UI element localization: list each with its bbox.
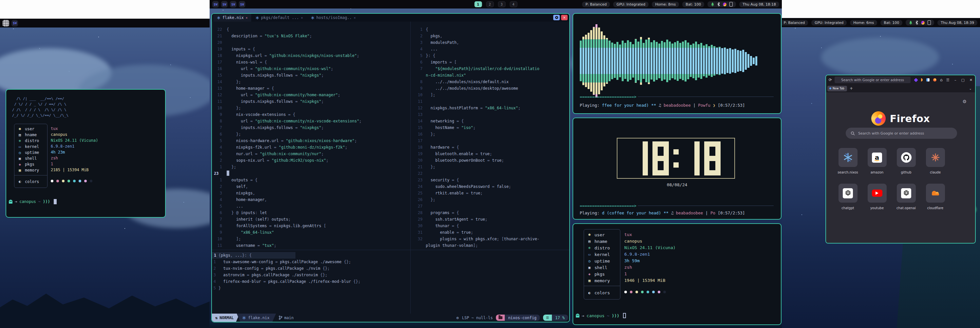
now-playing-segment: [0:57/2:53] (718, 103, 745, 108)
workspace-1[interactable]: 1 (474, 1, 482, 7)
status-pill-bat[interactable]: Bat: 100 (682, 2, 704, 7)
openai-icon[interactable] (838, 184, 858, 203)
extension-orange-icon[interactable] (921, 78, 923, 81)
terminal-cava[interactable]: ======================> Playing: ffee fo… (573, 13, 781, 114)
bluetooth-icon[interactable] (915, 21, 918, 25)
visualizer-bar (659, 44, 660, 78)
clock-pill[interactable]: Thu Aug 08, 18:18 (739, 2, 779, 7)
tab-close-icon[interactable]: × (246, 16, 248, 20)
dial-youtube[interactable]: youtube (867, 184, 887, 210)
neovim-window[interactable]: flake.nix×pkgs/default ...×hosts/isoImag… (211, 13, 570, 322)
fetch-label: colors (595, 290, 610, 295)
visualizer-bar (669, 41, 671, 80)
status-pill-home[interactable]: Home: 8ms (652, 2, 679, 7)
line-number: 10 (212, 236, 227, 242)
wezterm-icon[interactable]: $W (11, 20, 18, 27)
status-pill-bat[interactable]: Bat: 100 (880, 20, 902, 25)
line-number: 23 (212, 170, 227, 177)
tab-close-icon[interactable]: × (301, 16, 303, 20)
line-number: 28 (411, 209, 426, 216)
editor-tab-flake-nix[interactable]: flake.nix× (213, 14, 251, 22)
code-line: 16 url = "github:nix-community/nixos-wsl… (212, 65, 410, 72)
close-button[interactable]: ✕ (969, 78, 972, 82)
phone-icon[interactable] (729, 2, 733, 6)
nix-icon[interactable] (838, 148, 858, 167)
cloudflare-icon[interactable] (926, 184, 945, 203)
visualizer-bar (690, 45, 692, 77)
status-pill-p[interactable]: P: Balanced (782, 20, 808, 25)
minimize-button[interactable]: – (955, 78, 956, 82)
dial-github[interactable]: github (896, 148, 916, 174)
firefox-window[interactable]: ⟳ Search with Google or enter address ⌂ … (826, 74, 976, 244)
line-number: 4 (212, 144, 227, 151)
youtube-icon[interactable] (868, 184, 887, 203)
newtab-search-input[interactable]: Search with Google or enter address (846, 128, 957, 139)
tab-new-tab[interactable]: New Tab (827, 86, 847, 91)
code-text: plugin thunar-volman]; (426, 242, 478, 249)
clock-pill[interactable]: Thu Aug 08, 18:39 (937, 20, 977, 25)
horizontal-split[interactable] (212, 250, 569, 250)
editor-pane-default-nix[interactable]: 1{pkgs, ...}: {1 tux-awesome-wm-config =… (212, 252, 569, 292)
terminal-fastfetch-right[interactable]: ☻user▤hname❄distro▭kernel◷uptime▣shell◈p… (573, 223, 781, 325)
workspace-3[interactable]: 3 (498, 1, 505, 7)
tab-close-icon[interactable]: × (354, 16, 356, 20)
terminal-clock[interactable]: 08/08/24 ======================> Playing… (573, 117, 781, 220)
now-playing-segment: ❯ (710, 103, 718, 108)
refresh-icon[interactable]: ⟳ (829, 78, 832, 82)
workspace-2[interactable]: 2 (486, 1, 493, 7)
media-player-icon[interactable] (723, 3, 727, 6)
shell-prompt[interactable]: →canopus~))) (9, 199, 57, 204)
claude-icon[interactable] (926, 148, 945, 167)
extension-purple-icon[interactable] (914, 78, 918, 82)
phone-icon[interactable] (928, 20, 931, 25)
menu-icon[interactable]: ☰ (946, 78, 950, 82)
github-icon[interactable] (897, 148, 916, 167)
code-line: 11 (411, 98, 569, 105)
editor-tab-pkgs-default-[interactable]: pkgs/default ...× (252, 14, 307, 22)
status-pill-gpu[interactable]: GPU: Integrated (811, 20, 847, 25)
wezterm-icon[interactable]: $W (212, 1, 219, 8)
code-line: 5 ... (212, 203, 410, 209)
wezterm-icon[interactable]: $W (239, 1, 245, 8)
terminal-fastfetch-left[interactable]: /\ /| ___ __/==\ /==/ / \/ / / _ \/ / ==… (6, 89, 166, 218)
status-pill-gpu[interactable]: GPU: Integrated (613, 2, 649, 7)
code-text: forAllSystems = nixpkgs.lib.genAttrs [ (227, 223, 326, 229)
color-dot (641, 291, 644, 293)
dial-chat-openai[interactable]: chat.openai (896, 184, 916, 210)
maximize-button[interactable]: ▢ (961, 78, 964, 82)
new-tab-button[interactable]: + (850, 86, 853, 91)
launcher-grid-icon[interactable] (3, 20, 9, 27)
editor-tab-hosts-isoImag-[interactable]: hosts/isoImag..× (307, 14, 359, 22)
wezterm-icon[interactable]: $W (230, 1, 237, 8)
amazon-icon[interactable]: a (868, 148, 887, 167)
dial-cloudflare[interactable]: cloudflare (926, 184, 945, 210)
network-tree-icon[interactable] (909, 21, 913, 25)
dial-chatgpt[interactable]: chatgpt (838, 184, 858, 210)
home-icon[interactable]: ⌂ (940, 78, 943, 82)
bluetooth-icon[interactable] (718, 2, 720, 6)
openai-icon[interactable] (897, 184, 916, 203)
status-pill-home[interactable]: Home: 6ms (850, 20, 877, 25)
wezterm-icon[interactable]: $W (221, 1, 228, 8)
code-text: inherit (self) outputs; (227, 216, 291, 223)
newtab-settings-gear-icon[interactable]: ⚙ (963, 99, 967, 104)
network-tree-icon[interactable] (711, 2, 714, 6)
media-player-icon[interactable] (921, 21, 924, 25)
workspace-4[interactable]: 4 (510, 1, 517, 7)
editor-pane-flake[interactable]: 22{21 description = "tux's NixOS Flake";… (212, 26, 410, 249)
extension-shield-icon[interactable] (926, 78, 929, 81)
buffer-close-button[interactable]: × (561, 15, 568, 20)
list-tabs-button[interactable]: ⌄ (969, 87, 974, 90)
project-pill[interactable]: nixos-config (496, 315, 540, 321)
extension-fox-icon[interactable] (933, 78, 936, 81)
editor-pane-isoimage[interactable]: 1{2 pkgs,3 modulesPath,4 ...5}: {6 impor… (411, 26, 569, 249)
code-text: nixpkgs-f2k.url = "github:moni-dz/nixpkg… (227, 144, 347, 151)
dial-amazon[interactable]: aamazon (867, 148, 887, 174)
url-bar[interactable]: Search with Google or enter address (835, 77, 910, 83)
buffer-pick-button[interactable] (553, 15, 560, 20)
code-line: 11 username = "tux"; (212, 242, 410, 249)
dial-search-nixos[interactable]: search.nixos (838, 148, 858, 174)
status-pill-p[interactable]: P: Balanced (582, 2, 610, 7)
dial-claude[interactable]: claude (926, 148, 945, 174)
shell-prompt[interactable]: →canopus~))) (576, 313, 626, 318)
